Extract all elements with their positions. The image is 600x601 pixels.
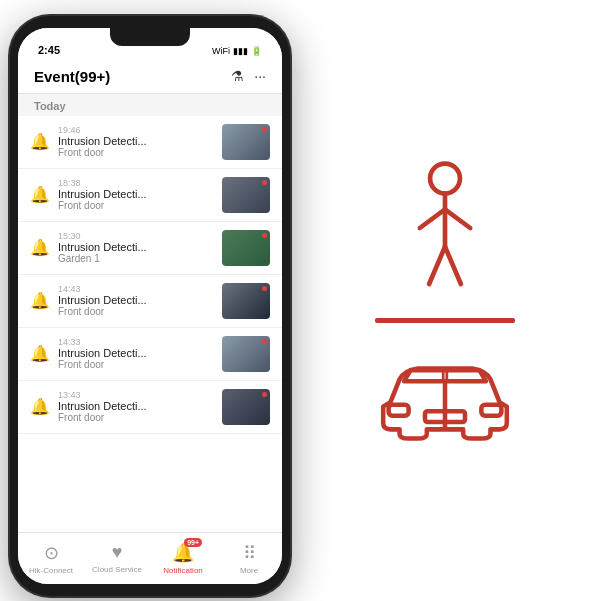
event-time: 13:43 — [58, 390, 214, 400]
event-thumbnail — [222, 177, 270, 213]
unread-dot — [262, 339, 267, 344]
signal-icon: ▮▮▮ — [233, 46, 248, 56]
svg-rect-6 — [389, 405, 409, 416]
tab-cloud-service[interactable]: ♥ Cloud Service — [84, 542, 150, 574]
more-options-icon[interactable]: ··· — [254, 68, 266, 84]
event-title: Intrusion Detecti... — [58, 241, 214, 253]
svg-point-0 — [430, 164, 460, 194]
event-title: Intrusion Detecti... — [58, 400, 214, 412]
tab-label-notification: Notification — [163, 566, 203, 575]
event-thumbnail — [222, 124, 270, 160]
phone-notch — [110, 28, 190, 46]
event-info: 19:46 Intrusion Detecti... Front door — [58, 125, 214, 158]
svg-line-3 — [445, 209, 470, 228]
event-item[interactable]: 🔔 18:38 Intrusion Detecti... Front door — [18, 169, 282, 222]
event-info: 14:33 Intrusion Detecti... Front door — [58, 337, 214, 370]
bell-icon: 🔔 — [30, 291, 50, 310]
person-icon — [400, 158, 490, 298]
event-item[interactable]: 🔔 14:33 Intrusion Detecti... Front door — [18, 328, 282, 381]
event-info: 14:43 Intrusion Detecti... Front door — [58, 284, 214, 317]
car-icon — [370, 343, 520, 443]
event-thumbnail — [222, 336, 270, 372]
tab-label-hik-connect: Hik-Connect — [29, 566, 73, 575]
event-time: 14:43 — [58, 284, 214, 294]
right-panel — [290, 0, 600, 601]
bell-icon: 🔔 — [30, 132, 50, 151]
app-header: Event(99+) ⚗ ··· — [18, 60, 282, 94]
tab-notification[interactable]: 🔔 99+ Notification — [150, 542, 216, 575]
bell-icon: 🔔 — [30, 238, 50, 257]
app-header-title: Event(99+) — [34, 68, 110, 85]
phone-body: 2:45 WiFi ▮▮▮ 🔋 Event(99+) ⚗ ··· Today — [10, 16, 290, 596]
event-time: 18:38 — [58, 178, 214, 188]
event-item[interactable]: 🔔 13:43 Intrusion Detecti... Front door — [18, 381, 282, 434]
event-location: Garden 1 — [58, 253, 214, 264]
events-list: 🔔 19:46 Intrusion Detecti... Front door … — [18, 116, 282, 532]
notification-badge: 99+ — [184, 538, 202, 547]
event-thumbnail — [222, 230, 270, 266]
battery-icon: 🔋 — [251, 46, 262, 56]
event-item[interactable]: 🔔 14:43 Intrusion Detecti... Front door — [18, 275, 282, 328]
status-time: 2:45 — [38, 44, 60, 56]
svg-line-4 — [429, 247, 445, 284]
event-location: Front door — [58, 359, 214, 370]
divider-line — [375, 318, 515, 323]
section-label: Today — [18, 94, 282, 116]
bell-icon: 🔔 — [30, 344, 50, 363]
event-time: 15:30 — [58, 231, 214, 241]
phone-screen: 2:45 WiFi ▮▮▮ 🔋 Event(99+) ⚗ ··· Today — [18, 28, 282, 584]
unread-dot — [262, 127, 267, 132]
bell-icon: 🔔 — [30, 185, 50, 204]
cloud-service-icon: ♥ — [112, 542, 123, 563]
unread-dot — [262, 286, 267, 291]
svg-line-2 — [420, 209, 445, 228]
tab-bar: ⊙ Hik-Connect ♥ Cloud Service 🔔 99+ Noti… — [18, 532, 282, 584]
event-info: 13:43 Intrusion Detecti... Front door — [58, 390, 214, 423]
unread-dot — [262, 180, 267, 185]
more-icon: ⠿ — [243, 542, 256, 564]
event-location: Front door — [58, 306, 214, 317]
tab-label-more: More — [240, 566, 258, 575]
person-icon-container — [310, 158, 580, 443]
event-title: Intrusion Detecti... — [58, 294, 214, 306]
svg-rect-7 — [481, 405, 501, 416]
wifi-icon: WiFi — [212, 46, 230, 56]
notification-badge-container: 🔔 99+ — [172, 542, 194, 564]
svg-line-5 — [445, 247, 461, 284]
bell-icon: 🔔 — [30, 397, 50, 416]
unread-dot — [262, 392, 267, 397]
event-time: 14:33 — [58, 337, 214, 347]
phone-mockup: 2:45 WiFi ▮▮▮ 🔋 Event(99+) ⚗ ··· Today — [10, 16, 290, 596]
app-header-icons: ⚗ ··· — [231, 68, 266, 84]
tab-more[interactable]: ⠿ More — [216, 542, 282, 575]
event-time: 19:46 — [58, 125, 214, 135]
event-title: Intrusion Detecti... — [58, 347, 214, 359]
event-title: Intrusion Detecti... — [58, 135, 214, 147]
event-title: Intrusion Detecti... — [58, 188, 214, 200]
filter-icon[interactable]: ⚗ — [231, 68, 244, 84]
tab-hik-connect[interactable]: ⊙ Hik-Connect — [18, 542, 84, 575]
event-location: Front door — [58, 147, 214, 158]
event-thumbnail — [222, 283, 270, 319]
unread-dot — [262, 233, 267, 238]
event-info: 18:38 Intrusion Detecti... Front door — [58, 178, 214, 211]
status-icons: WiFi ▮▮▮ 🔋 — [212, 46, 262, 56]
event-item[interactable]: 🔔 15:30 Intrusion Detecti... Garden 1 — [18, 222, 282, 275]
event-info: 15:30 Intrusion Detecti... Garden 1 — [58, 231, 214, 264]
event-location: Front door — [58, 200, 214, 211]
event-location: Front door — [58, 412, 214, 423]
event-thumbnail — [222, 389, 270, 425]
event-item[interactable]: 🔔 19:46 Intrusion Detecti... Front door — [18, 116, 282, 169]
tab-label-cloud-service: Cloud Service — [92, 565, 142, 574]
hik-connect-icon: ⊙ — [44, 542, 59, 564]
